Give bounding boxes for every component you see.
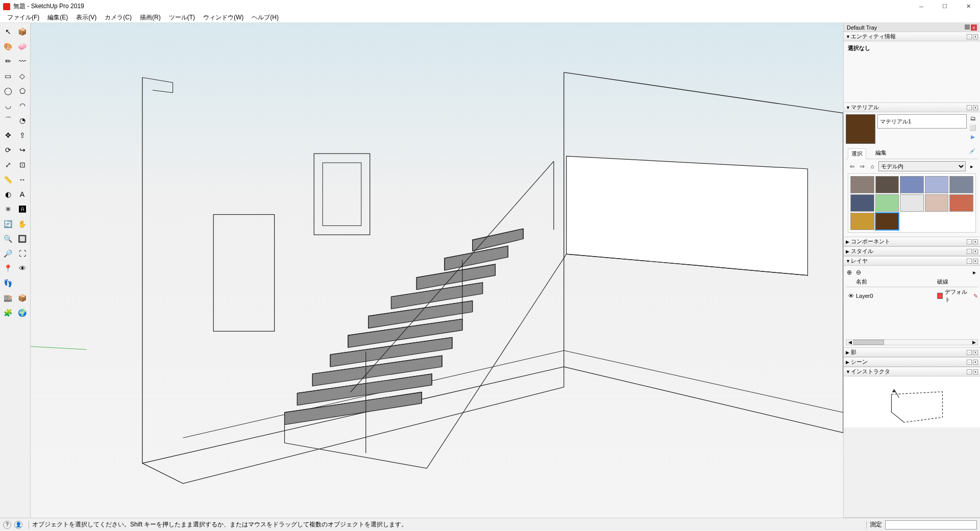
dimension-tool[interactable]: ↔ <box>16 173 29 186</box>
panel-close-icon[interactable]: x <box>973 249 978 254</box>
rectangle-tool[interactable]: ▭ <box>2 69 15 83</box>
panel-min-icon[interactable]: - <box>967 259 972 264</box>
material-swatch[interactable] <box>850 213 874 230</box>
panel-close-icon[interactable]: x <box>973 350 978 355</box>
circle-tool[interactable]: ◯ <box>2 84 15 97</box>
tape-tool[interactable]: 📏 <box>2 173 15 186</box>
panel-close-icon[interactable]: x <box>973 34 978 39</box>
materials-edit-tab[interactable]: 編集 <box>872 148 890 159</box>
pan-tool[interactable]: ✋ <box>16 217 29 231</box>
menu-item[interactable]: ウィンドウ(W) <box>199 12 248 23</box>
position-tool[interactable]: 📍 <box>2 262 15 275</box>
material-swatch[interactable] <box>900 194 924 212</box>
panel-close-icon[interactable]: x <box>973 369 978 374</box>
material-swatch[interactable] <box>875 213 899 230</box>
materials-select-tab[interactable]: 選択 <box>848 148 866 159</box>
minimize-button[interactable]: ─ <box>910 0 933 13</box>
user-icon[interactable]: 👤 <box>14 521 22 529</box>
axes-tool[interactable]: ✳ <box>2 203 15 216</box>
material-swatch[interactable] <box>900 176 924 193</box>
viewport-canvas[interactable] <box>31 23 843 518</box>
zoomextents-tool[interactable]: ⛶ <box>16 247 29 260</box>
extension-tool[interactable]: 🧩 <box>2 306 15 319</box>
text-tool[interactable]: A <box>16 188 29 201</box>
orbit-tool[interactable]: 🔄 <box>2 217 15 231</box>
menu-item[interactable]: 編集(E) <box>43 12 72 23</box>
3dtext-tool[interactable]: 🅰 <box>16 203 29 216</box>
layer-edit-icon[interactable]: ✎ <box>973 293 978 299</box>
arc2-tool[interactable]: ◠ <box>16 99 29 112</box>
arc-tool[interactable]: ◡ <box>2 99 15 112</box>
material-library-select[interactable]: モデル内 <box>878 161 966 171</box>
walk-tool[interactable]: 👣 <box>2 276 15 290</box>
tray-pin-icon[interactable] <box>965 24 970 30</box>
section-tool[interactable] <box>16 276 29 290</box>
nav-fwd-icon[interactable]: ⇨ <box>858 162 866 170</box>
help-icon[interactable]: ? <box>3 521 11 529</box>
layer-menu-icon[interactable]: ▸ <box>971 269 978 276</box>
warehouse-tool[interactable]: 🏬 <box>2 291 15 305</box>
layer-hscroll[interactable]: ◀ ▶ <box>846 339 978 345</box>
move-tool[interactable]: ✥ <box>2 129 15 142</box>
close-button[interactable]: ✕ <box>957 0 980 13</box>
eyedropper-icon[interactable]: 💉 <box>969 148 976 159</box>
maximize-button[interactable]: ☐ <box>933 0 957 13</box>
prev-tool[interactable]: 🔎 <box>2 247 15 260</box>
layer-color-swatch[interactable] <box>937 293 943 299</box>
menu-item[interactable]: ファイル(F) <box>3 12 43 23</box>
component-tool[interactable]: 📦 <box>16 25 29 38</box>
panel-min-icon[interactable]: - <box>967 369 972 374</box>
material-arrow-icon[interactable]: ▶ <box>969 133 977 141</box>
lookaround-tool[interactable]: 👁 <box>16 262 29 275</box>
polygon-tool[interactable]: ⬠ <box>16 84 29 97</box>
line-tool[interactable]: ✏ <box>2 55 15 68</box>
material-swatch[interactable] <box>925 194 949 212</box>
menu-item[interactable]: ツール(T) <box>165 12 199 23</box>
components-header[interactable]: ▶ コンポーネント -x <box>844 237 980 246</box>
material-swatch[interactable] <box>875 176 899 193</box>
freehand-tool[interactable]: 〰 <box>16 55 29 68</box>
material-swatch[interactable] <box>850 176 874 193</box>
warehouse2-tool[interactable]: 📦 <box>16 291 29 305</box>
create-material-icon[interactable]: 🗂 <box>969 114 977 122</box>
tray-close-icon[interactable]: x <box>971 24 977 31</box>
zoomwindow-tool[interactable]: 🔲 <box>16 232 29 245</box>
library-menu-icon[interactable]: ▸ <box>968 162 976 170</box>
layers-header[interactable]: ▼ レイヤ -x <box>844 257 980 266</box>
add-layer-icon[interactable]: ⊕ <box>846 269 853 276</box>
menu-item[interactable]: カメラ(C) <box>101 12 136 23</box>
material-name-input[interactable] <box>877 114 967 129</box>
panel-min-icon[interactable]: - <box>967 105 972 110</box>
layer-row[interactable]: 👁 Layer0 デフォルト✎ <box>846 287 978 305</box>
material-swatch[interactable] <box>949 194 973 212</box>
zoom-tool[interactable]: 🔍 <box>2 232 15 245</box>
panel-close-icon[interactable]: x <box>973 239 978 244</box>
material-swatch[interactable] <box>949 176 973 193</box>
paint-tool[interactable]: 🎨 <box>2 40 15 53</box>
instructor-header[interactable]: ▼ インストラクタ -x <box>844 367 980 376</box>
panel-min-icon[interactable]: - <box>967 360 972 365</box>
materials-header[interactable]: ▼ マテリアル -x <box>844 103 980 112</box>
measure-input[interactable] <box>885 520 977 529</box>
select-tool[interactable]: ↖ <box>2 25 15 38</box>
scale-tool[interactable]: ⤢ <box>2 158 15 171</box>
menu-item[interactable]: ヘルプ(H) <box>248 12 283 23</box>
shadows-header[interactable]: ▶ 影 -x <box>844 348 980 357</box>
pie-tool[interactable]: ◔ <box>16 114 29 127</box>
pushpull-tool[interactable]: ⇪ <box>16 129 29 142</box>
default-material-icon[interactable]: ⬜ <box>969 123 977 132</box>
panel-close-icon[interactable]: x <box>973 360 978 365</box>
nav-back-icon[interactable]: ⇦ <box>848 162 856 170</box>
panel-min-icon[interactable]: - <box>967 239 972 244</box>
protractor-tool[interactable]: ◐ <box>2 188 15 201</box>
current-material-swatch[interactable] <box>846 114 875 144</box>
panel-close-icon[interactable]: x <box>973 259 978 264</box>
material-swatch[interactable] <box>925 176 949 193</box>
scenes-header[interactable]: ▶ シーン -x <box>844 358 980 367</box>
panel-min-icon[interactable]: - <box>967 350 972 355</box>
material-swatch[interactable] <box>875 194 899 212</box>
followme-tool[interactable]: ↪ <box>16 143 29 157</box>
styles-header[interactable]: ▶ スタイル -x <box>844 247 980 256</box>
rotated-rect-tool[interactable]: ◇ <box>16 69 29 83</box>
nav-home-icon[interactable]: ⌂ <box>868 162 876 170</box>
